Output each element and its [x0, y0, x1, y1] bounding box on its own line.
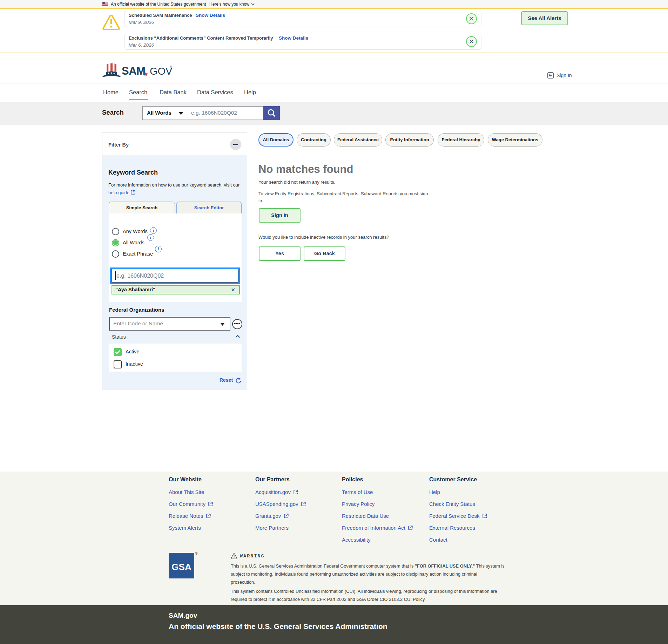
svg-text:SAM: SAM	[122, 65, 145, 77]
svg-text:®: ®	[170, 65, 172, 69]
svg-text:GOV: GOV	[150, 66, 172, 77]
